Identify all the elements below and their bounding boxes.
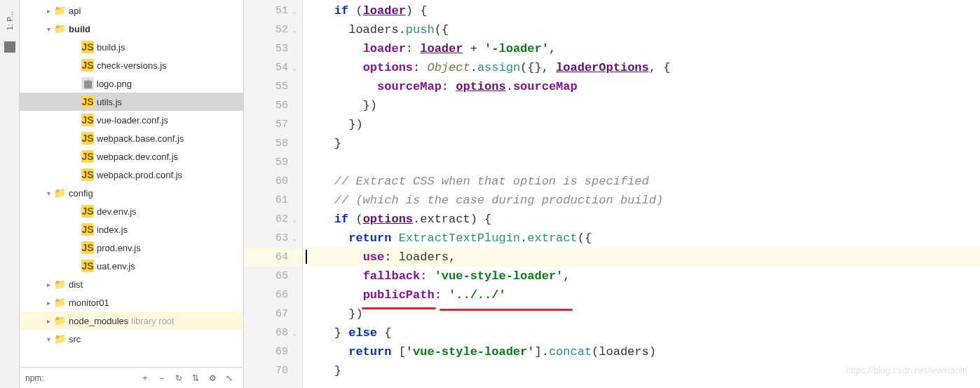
code-line[interactable]: fallback: 'vue-style-loader', bbox=[306, 267, 980, 286]
tree-item-label: build bbox=[69, 24, 90, 34]
line-number[interactable]: 61 bbox=[244, 191, 302, 210]
tree-folder-node-modules[interactable]: ▸ 📁 node_modules library root bbox=[20, 312, 243, 330]
folder-icon: 📁 bbox=[53, 187, 66, 199]
remove-button[interactable]: − bbox=[155, 371, 169, 385]
text-caret bbox=[306, 250, 307, 264]
line-number[interactable]: 51⌄ bbox=[244, 1, 302, 20]
code-line[interactable]: loaders.push({ bbox=[306, 20, 980, 39]
tree-file[interactable]: JS uat.env.js bbox=[20, 257, 243, 275]
code-editor[interactable]: if (loader) { loaders.push({ loader: loa… bbox=[303, 0, 980, 388]
editor-gutter[interactable]: 51⌄ 52⌄ 53 54⌄ 55 56 57 58 59 60 61 62⌄ … bbox=[244, 0, 303, 388]
tree-file[interactable]: ▦ logo.png bbox=[20, 74, 243, 93]
line-number[interactable]: 63⌄ bbox=[244, 229, 302, 248]
fold-icon[interactable]: ⌄ bbox=[292, 329, 301, 337]
line-number[interactable]: 68⌄ bbox=[244, 323, 302, 342]
tree-file[interactable]: JS check-versions.js bbox=[20, 56, 243, 74]
tree-item-label: vue-loader.conf.js bbox=[97, 115, 168, 126]
project-tool-tab[interactable]: 1: P... bbox=[6, 11, 14, 30]
tree-file[interactable]: JS build.js bbox=[20, 38, 243, 56]
js-file-icon: JS bbox=[81, 205, 94, 218]
tree-file-selected[interactable]: JS utils.js bbox=[20, 93, 243, 111]
code-line[interactable]: }) bbox=[306, 96, 980, 115]
settings-button[interactable]: ⚙ bbox=[205, 371, 219, 385]
image-file-icon: ▦ bbox=[81, 77, 94, 90]
code-line[interactable]: // Extract CSS when that option is speci… bbox=[306, 172, 980, 191]
chevron-down-icon: ▾ bbox=[43, 25, 53, 33]
line-number[interactable]: 55 bbox=[244, 77, 302, 96]
js-file-icon: JS bbox=[81, 260, 94, 272]
tree-file[interactable]: JS prod.env.js bbox=[20, 239, 243, 257]
line-number[interactable]: 57 bbox=[244, 115, 302, 134]
fold-icon[interactable]: ⌄ bbox=[292, 234, 301, 243]
tree-folder-build[interactable]: ▾ 📁 build bbox=[20, 20, 243, 38]
tree-folder-api[interactable]: ▸ 📁 api bbox=[20, 1, 243, 20]
code-line[interactable] bbox=[306, 153, 980, 172]
code-line[interactable]: options: Object.assign({}, loaderOptions… bbox=[306, 58, 980, 77]
tree-file[interactable]: JS index.js bbox=[20, 220, 243, 239]
js-file-icon: JS bbox=[81, 150, 94, 163]
tree-folder-src[interactable]: ▾ 📁 src bbox=[20, 330, 243, 348]
code-line[interactable]: return ExtractTextPlugin.extract({ bbox=[306, 229, 980, 248]
tree-item-label: index.js bbox=[97, 225, 128, 235]
line-number[interactable]: 59 bbox=[244, 153, 302, 172]
line-number[interactable]: 65 bbox=[244, 267, 302, 286]
code-line[interactable]: if (options.extract) { bbox=[306, 210, 980, 229]
file-tab-icon[interactable] bbox=[4, 41, 15, 53]
line-number[interactable]: 70 bbox=[244, 361, 302, 380]
refresh-button[interactable]: ↻ bbox=[172, 371, 186, 385]
npm-tool-bar: npm: + − ↻ ⇅ ⚙ ⤡ bbox=[20, 367, 243, 388]
folder-icon: 📁 bbox=[53, 333, 66, 345]
code-line[interactable]: } else { bbox=[306, 323, 980, 342]
code-line[interactable]: } bbox=[306, 361, 980, 380]
code-line[interactable]: if (loader) { bbox=[306, 1, 980, 20]
line-number-current[interactable]: 64 bbox=[244, 248, 302, 267]
js-file-icon: JS bbox=[81, 95, 94, 108]
line-number[interactable]: 66 bbox=[244, 286, 302, 305]
line-number[interactable]: 67 bbox=[244, 305, 302, 323]
code-line[interactable]: loader: loader + '-loader', bbox=[306, 39, 980, 58]
add-button[interactable]: + bbox=[138, 371, 152, 385]
line-number[interactable]: 69 bbox=[244, 342, 302, 361]
fold-icon[interactable]: ⌄ bbox=[292, 7, 301, 15]
js-file-icon: JS bbox=[81, 114, 94, 126]
line-number[interactable]: 62⌄ bbox=[244, 210, 302, 229]
filter-button[interactable]: ⇅ bbox=[189, 371, 203, 385]
chevron-right-icon: ▸ bbox=[43, 7, 53, 15]
tree-folder-monitor01[interactable]: ▸ 📁 monitor01 bbox=[20, 293, 243, 312]
code-line[interactable]: // (which is the case during production … bbox=[306, 191, 980, 210]
annotation-underline-icon bbox=[440, 309, 573, 311]
tree-item-label: webpack.dev.conf.js bbox=[97, 152, 178, 162]
tree-file[interactable]: JS webpack.dev.conf.js bbox=[20, 147, 243, 166]
code-line[interactable]: return ['vue-style-loader'].concat(loade… bbox=[306, 342, 980, 361]
tree-file[interactable]: JS vue-loader.conf.js bbox=[20, 111, 243, 129]
js-file-icon: JS bbox=[81, 168, 94, 181]
code-line[interactable]: }) bbox=[306, 115, 980, 134]
folder-icon: 📁 bbox=[53, 22, 66, 35]
folder-icon: 📁 bbox=[53, 296, 66, 309]
tree-folder-config[interactable]: ▾ 📁 config bbox=[20, 184, 243, 202]
tree-file[interactable]: JS webpack.prod.conf.js bbox=[20, 166, 243, 184]
line-number[interactable]: 54⌄ bbox=[244, 58, 302, 77]
folder-icon: 📁 bbox=[53, 4, 66, 17]
line-number[interactable]: 58 bbox=[244, 134, 302, 153]
project-tree[interactable]: ▸ 📁 api ▾ 📁 build JS build.js JS check-v… bbox=[20, 0, 243, 367]
code-line[interactable]: } bbox=[306, 134, 980, 153]
fold-icon[interactable]: ⌄ bbox=[292, 215, 301, 224]
tree-folder-dist[interactable]: ▸ 📁 dist bbox=[20, 275, 243, 293]
fold-icon[interactable]: ⌄ bbox=[292, 26, 301, 34]
tree-item-label: dev.env.js bbox=[97, 206, 137, 217]
line-number[interactable]: 53 bbox=[244, 39, 302, 58]
line-number[interactable]: 56 bbox=[244, 96, 302, 115]
tree-file[interactable]: JS webpack.base.conf.js bbox=[20, 129, 243, 147]
code-line[interactable]: sourceMap: options.sourceMap bbox=[306, 77, 980, 96]
fold-icon[interactable]: ⌄ bbox=[292, 64, 301, 72]
tree-item-annotation: library root bbox=[131, 316, 174, 326]
tool-window-strip[interactable]: 1: P... bbox=[0, 0, 20, 388]
code-line[interactable]: publicPath: '../../' bbox=[306, 286, 980, 305]
line-number[interactable]: 52⌄ bbox=[244, 20, 302, 39]
tree-item-label: config bbox=[69, 188, 93, 199]
collapse-button[interactable]: ⤡ bbox=[222, 371, 236, 385]
code-line-current[interactable]: use: loaders, bbox=[306, 248, 980, 267]
line-number[interactable]: 60 bbox=[244, 172, 302, 191]
tree-file[interactable]: JS dev.env.js bbox=[20, 202, 243, 220]
